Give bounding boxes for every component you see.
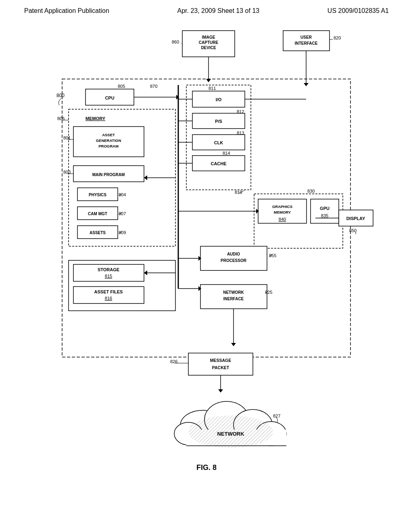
ref-840-inline: 840: [279, 217, 286, 222]
network-cloud-label: NETWORK: [217, 431, 244, 437]
diagram-svg: IMAGE CAPTURE DEVICE 860 USER INTERFACE …: [33, 27, 380, 502]
display-label: DISPLAY: [346, 216, 365, 221]
image-capture-label3: DEVICE: [201, 46, 216, 50]
ref-807: 807: [119, 211, 126, 216]
ref-825: 825: [265, 290, 272, 295]
cache-label: CACHE: [211, 161, 226, 166]
message-to-cloud-arrow: [218, 389, 223, 393]
cam-mgt-label: CAM MGT: [88, 212, 107, 216]
gpu-box: [311, 199, 339, 223]
gpu-label: GPU: [320, 206, 330, 211]
graphics-memory-label2: MEMORY: [274, 210, 291, 214]
message-packet-label1: MESSAGE: [210, 358, 232, 363]
ref-814: 814: [223, 151, 230, 156]
message-packet-label2: PACKET: [212, 365, 229, 370]
image-capture-label2: CAPTURE: [199, 40, 219, 45]
fig-caption: FIG. 8: [196, 463, 217, 472]
ref-800-arrow: [58, 98, 61, 105]
header-left: Patent Application Publication: [24, 7, 109, 15]
diagram: IMAGE CAPTURE DEVICE 860 USER INTERFACE …: [33, 27, 380, 504]
arrow-ui-head: [304, 83, 309, 86]
ref-870: 870: [150, 84, 157, 89]
graphics-memory-label1: GRAPHICS: [272, 204, 292, 209]
page: Patent Application Publication Apr. 23, …: [0, 0, 413, 532]
ref-855: 855: [269, 253, 276, 258]
physics-label: PHYSICS: [89, 193, 106, 197]
storage-bus-arrow: [144, 270, 147, 275]
ref-804: 804: [119, 192, 126, 197]
storage-label: STORAGE: [98, 267, 119, 272]
audio-processor-label2: PROCESSOR: [221, 258, 247, 263]
ref-811: 811: [209, 86, 216, 91]
asset-gen-label3: PROGRAM: [98, 144, 119, 148]
assets-label: ASSETS: [90, 231, 106, 235]
asset-gen-label2: GENERATION: [96, 138, 121, 143]
ref-835-inline: 835: [321, 213, 328, 218]
asset-gen-label1: ASSET: [102, 133, 115, 137]
memory-label: MEMORY: [86, 116, 106, 121]
ref-827: 827: [273, 414, 280, 418]
user-interface-label2: INTERFACE: [295, 41, 318, 46]
user-interface-box: [283, 31, 330, 51]
cpu-label: CPU: [105, 96, 114, 100]
network-interface-label2: INERFACE: [223, 297, 244, 301]
ref-813: 813: [237, 131, 244, 135]
ref-850: 850: [349, 228, 357, 233]
ref-830: 830: [307, 189, 315, 193]
header-right: US 2009/0102835 A1: [327, 7, 389, 15]
ref-815-inline: 815: [105, 274, 112, 278]
ref-860: 860: [172, 39, 179, 44]
ref-800: 800: [56, 93, 65, 98]
clk-label: CLK: [214, 140, 223, 145]
network-to-message-arrow: [231, 343, 236, 346]
memory-bus-arrow: [144, 175, 147, 180]
main-program-label: MAIN PROGRAM: [92, 172, 125, 177]
header-center: Apr. 23, 2009 Sheet 13 of 13: [177, 7, 259, 15]
ref-809: 809: [119, 230, 126, 235]
image-capture-label1: IMAGE: [202, 35, 215, 39]
network-cloud: NETWORK: [174, 401, 286, 448]
ref-816-inline: 816: [105, 296, 112, 301]
message-packet-box: [188, 353, 253, 375]
network-interface-label1: NETWORK: [223, 290, 244, 295]
ref-805: 805: [118, 84, 125, 89]
user-interface-label1: USER: [300, 35, 312, 39]
ref-820-text: 820: [334, 35, 341, 40]
arrow-capture-head: [206, 79, 211, 82]
io-label: I/O: [216, 97, 222, 102]
asset-files-label: ASSET FILES: [94, 289, 123, 294]
header: Patent Application Publication Apr. 23, …: [0, 0, 413, 19]
audio-processor-label1: AUDIO: [227, 252, 240, 256]
ref-812: 812: [237, 109, 244, 114]
ps-label: P/S: [215, 119, 222, 124]
